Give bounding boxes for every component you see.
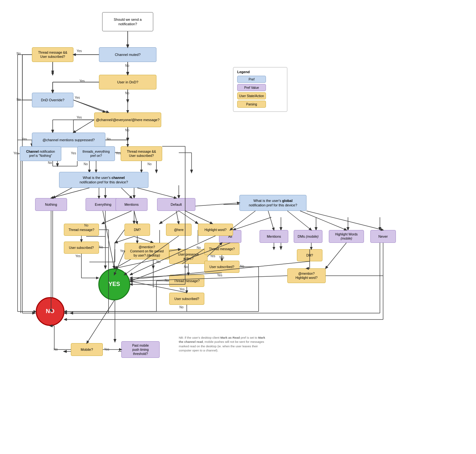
thread-msg-mentions-label: Thread message? — [69, 228, 94, 232]
user-sub-mentions-label: User subscribed? — [69, 246, 94, 250]
svg-line-92 — [121, 188, 132, 198]
svg-line-119 — [115, 230, 125, 243]
atmention-node: @mention?Comment on file ownedby user? (… — [125, 243, 169, 259]
channel-muted-node: Channel muted? — [99, 47, 156, 62]
mobile-node: Mobile? — [71, 343, 103, 356]
atmention-global-label: @mention?Highlight word? — [296, 272, 318, 280]
channel-everyone-node: @channel/@everyone/@here message? — [94, 112, 161, 127]
svg-line-99 — [185, 211, 212, 224]
thread-msg-default-label: Thread message? — [209, 247, 235, 251]
no-label: NO — [46, 308, 55, 315]
svg-line-49 — [233, 217, 271, 230]
thread-user-sub-2-node: Thread message &&User subscribed? — [121, 146, 162, 161]
thread-msg-mentions-node: Thread message? — [64, 224, 99, 236]
dms-mobile-node: DMs (mobile) — [294, 230, 322, 243]
svg-line-44 — [179, 211, 198, 224]
user-in-dnd-label: User in DnD? — [117, 80, 138, 84]
start-label: Should we send a notification? — [114, 17, 141, 27]
dm-global-label: DM? — [306, 253, 313, 258]
dnd-override-node: DnD Override? — [32, 93, 73, 107]
yes-label-tus2: Yes — [116, 151, 121, 155]
svg-line-93 — [137, 188, 176, 198]
atmention-global-node: @mention?Highlight word? — [287, 268, 326, 283]
dms-mobile-label: DMs (mobile) — [298, 234, 318, 239]
mentions-label: Mentions — [125, 202, 139, 207]
channel-notif-pref-label: What is the user's channelnotification p… — [79, 175, 128, 185]
no-label-mob: No — [54, 348, 58, 351]
svg-line-145 — [87, 300, 114, 343]
mobile-label: Mobile? — [81, 347, 93, 352]
no-label-tmd: No — [197, 246, 201, 250]
yes-label-tmd: Yes — [219, 256, 224, 259]
svg-line-143 — [130, 276, 287, 281]
threads-everything-node: threads_everythingpref on? — [77, 146, 115, 161]
user-presence-label: User presenceactive? — [178, 252, 199, 261]
yes-label-dnd: Yes — [79, 79, 85, 83]
legend-title: Legend — [237, 70, 283, 74]
svg-line-76 — [73, 120, 94, 133]
start-node: Should we send a notification? — [102, 12, 153, 31]
svg-line-98 — [176, 211, 179, 224]
legend-user-state: User State/Action — [237, 92, 283, 99]
threads-everything-label: threads_everythingpref on? — [82, 150, 110, 158]
never-label: Never — [378, 234, 388, 239]
svg-line-120 — [114, 243, 115, 268]
no-label-1: No — [125, 64, 129, 67]
yes-label: YES — [109, 281, 120, 288]
default-label: Default — [171, 202, 182, 207]
legend-pref-value-box: Pref Value — [237, 84, 266, 91]
thread-user-sub-2-label: Thread message &&User subscribed? — [127, 150, 156, 158]
channel-notif-pref-node: What is the user's channelnotification p… — [59, 172, 148, 188]
legend: Legend Pref Pref Value User State/Action… — [233, 67, 287, 112]
diagram-container: Should we send a notification? Channel m… — [0, 0, 476, 454]
dnd-override-label: DnD Override? — [41, 98, 64, 102]
no-label-tm: No — [84, 224, 88, 227]
user-sub-default-label: User subscribed? — [209, 265, 234, 269]
nothing-node: Nothing — [35, 198, 67, 211]
legend-user-state-box: User State/Action — [237, 92, 266, 99]
mentions-global-label: Mentions — [267, 234, 281, 239]
highlight-words-mobile-node: Highlight Words(mobile) — [329, 230, 364, 243]
user-sub-default-2-label: User subscribed? — [174, 297, 199, 301]
no-label-te: No — [84, 162, 88, 166]
thread-msg-default-2-node: Thread message? — [169, 275, 204, 287]
svg-line-43 — [160, 211, 179, 224]
yes-node: YES — [98, 268, 130, 300]
dm-label: DM? — [134, 228, 140, 232]
no-label-nothing: No — [48, 161, 52, 165]
svg-line-102 — [268, 211, 274, 230]
yes-label-nothing: Yes — [13, 151, 19, 155]
legend-parsing: Parsing — [237, 101, 283, 108]
legend-pref: Pref — [237, 76, 283, 83]
note-text: NB: if the user's desktop client Mark as… — [179, 335, 268, 352]
global-pref-node: What is the user's globalnotification pr… — [239, 195, 306, 211]
past-mobile-timing-label: Past mobilepush timingthreshold? — [132, 343, 149, 356]
user-in-dnd-node: User in DnD? — [99, 75, 156, 89]
legend-pref-box: Pref — [237, 76, 266, 83]
no-label-usm: No — [99, 245, 103, 249]
svg-line-35 — [115, 236, 134, 243]
thread-user-sub-1-node: Thread message &&User subscribed? — [32, 47, 73, 62]
user-presence-node: User presenceactive? — [169, 249, 208, 264]
no-label-thread1: No — [17, 52, 21, 55]
svg-line-109 — [326, 243, 346, 268]
yes-label-atm: Yes — [120, 249, 125, 253]
yes-label-sup: Yes — [22, 137, 27, 141]
no-label-usd2: No — [179, 305, 184, 309]
no-label-sup: No — [107, 137, 111, 141]
svg-line-90 — [51, 188, 89, 198]
svg-line-72 — [73, 100, 109, 112]
past-mobile-timing-node: Past mobilepush timingthreshold? — [121, 341, 160, 358]
svg-line-104 — [300, 211, 346, 230]
thread-msg-default-2-label: Thread message? — [174, 279, 200, 283]
chan-notif-nothing-label: Channel notificationpref is "Nothing" — [26, 150, 55, 158]
global-pref-label: What is the user's globalnotification pr… — [249, 198, 297, 208]
svg-line-101 — [230, 211, 255, 230]
svg-line-12 — [73, 100, 105, 112]
user-sub-default-2-node: User subscribed? — [169, 293, 204, 305]
everything-label: Everything — [95, 202, 111, 207]
user-sub-mentions-node: User subscribed? — [64, 242, 99, 254]
default-node: Default — [157, 198, 195, 211]
yes-label-te: Yes — [71, 151, 76, 155]
yes-label-1: Yes — [77, 49, 82, 53]
